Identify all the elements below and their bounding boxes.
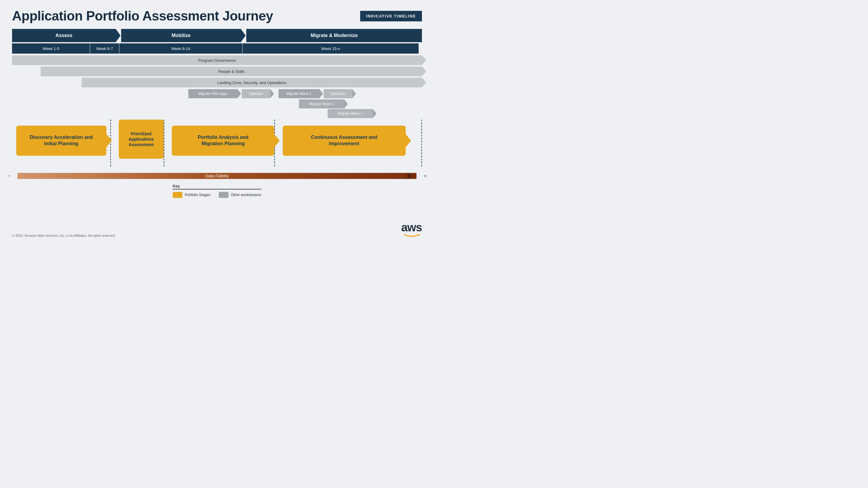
- stage-continuous: Continuous Assessment and Improvement: [283, 126, 406, 156]
- wave-pilot-apps: Migrate Pilot Apps: [188, 89, 238, 98]
- wave-1: Migrate Wave 1: [278, 89, 319, 98]
- track-governance: Program Governance: [12, 56, 422, 65]
- track-bar-people: People & Skills: [41, 67, 422, 76]
- copyright: © 2024, Amazon Web Services, Inc. or its…: [12, 234, 116, 237]
- page-title: Application Portfolio Assessment Journey: [12, 8, 273, 24]
- track-bar-landing: Landing Zone, Security, and Operations: [82, 78, 422, 87]
- week-bars: Week 1-5 Week 6-7 Week 8-14 Week 15-n: [12, 43, 422, 54]
- track-bar-governance: Program Governance: [12, 56, 422, 65]
- stages-area: Discovery Acceleration and Initial Plann…: [12, 120, 422, 169]
- fidelity-minus: −: [7, 173, 10, 179]
- key-swatch-gold: [173, 192, 182, 198]
- week-8-14: Week 8-14: [119, 43, 242, 54]
- title-row: Application Portfolio Assessment Journey…: [12, 8, 422, 24]
- aws-text: aws: [401, 222, 422, 233]
- fidelity-bar: Data Fidelity: [18, 173, 416, 179]
- key-section: Key Portfolio Stages Other workstreams: [12, 184, 422, 198]
- indicative-badge: INDICATIVE TIMELINE: [360, 11, 422, 22]
- track-people: People & Skills: [12, 67, 422, 76]
- track-landing: Landing Zone, Security, and Operations: [12, 78, 422, 87]
- week-1-5: Week 1-5: [12, 43, 90, 54]
- key-box: Key Portfolio Stages Other workstreams: [173, 184, 261, 198]
- aws-logo: aws: [401, 222, 422, 238]
- key-label-portfolio: Portfolio Stages: [185, 193, 210, 197]
- dashed-line-4: [421, 120, 422, 166]
- waves-multi: Migrate Pilot Apps Optimize Migrate Wave…: [12, 89, 422, 114]
- svg-marker-0: [407, 173, 413, 179]
- key-title: Key: [173, 184, 261, 190]
- stage-discovery: Discovery Acceleration and Initial Plann…: [16, 126, 106, 156]
- week-6-7: Week 6-7: [90, 43, 119, 54]
- key-item-portfolio: Portfolio Stages: [173, 192, 210, 198]
- key-item-workstreams: Other workstreams: [219, 192, 261, 198]
- fidelity-bar-container: − Data Fidelity +: [12, 171, 422, 181]
- stage-prioritized: Prioritized Applications Assessment: [119, 120, 164, 159]
- phase-header: Assess Mobilize Migrate & Modernize: [12, 29, 422, 42]
- phase-migrate: Migrate & Modernize: [246, 29, 422, 42]
- fidelity-label: Data Fidelity: [205, 173, 229, 178]
- week-15n: Week 15-n: [243, 43, 419, 54]
- wave-optimize-2: Optimize: [324, 89, 352, 98]
- stage-portfolio: Portfolio Analysis and Migration Plannin…: [172, 126, 274, 156]
- wave-2: Migrate Wave 2: [299, 99, 344, 108]
- phase-mobilize: Mobilize: [121, 29, 241, 42]
- wave-n: Migrate Wave n: [328, 109, 373, 118]
- dashed-line-2: [164, 120, 164, 166]
- phase-assess: Assess: [12, 29, 116, 42]
- wave-optimize-1: Optimize: [242, 89, 270, 98]
- key-swatch-gray: [219, 192, 228, 198]
- fidelity-plus: +: [424, 173, 427, 179]
- track-container: Program Governance People & Skills Landi…: [12, 56, 422, 87]
- aws-smile-icon: [403, 234, 421, 237]
- key-items: Portfolio Stages Other workstreams: [173, 192, 261, 198]
- page: Application Portfolio Assessment Journey…: [0, 0, 434, 244]
- key-label-workstreams: Other workstreams: [231, 193, 261, 197]
